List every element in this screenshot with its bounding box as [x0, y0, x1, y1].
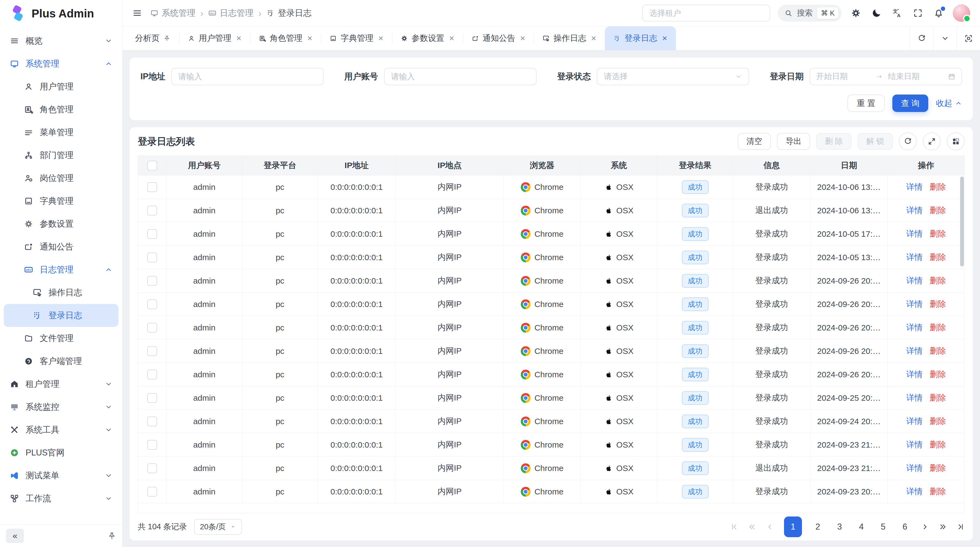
sidebar-item-dict-mgmt[interactable]: 字典管理	[4, 190, 118, 212]
sidebar-item-post-mgmt[interactable]: 岗位管理	[4, 167, 118, 190]
close-icon[interactable]: ×	[591, 33, 596, 43]
delete-link[interactable]: 删除	[930, 486, 946, 497]
row-checkbox[interactable]	[147, 440, 157, 450]
sidebar-item-overview[interactable]: 概览	[4, 29, 118, 52]
notifications-button[interactable]	[932, 6, 945, 20]
row-checkbox[interactable]	[147, 323, 157, 333]
close-icon[interactable]: ×	[662, 33, 667, 43]
sidebar-item-tenant-mgmt[interactable]: 租户管理	[4, 373, 118, 395]
close-icon[interactable]: ×	[378, 33, 383, 43]
row-checkbox[interactable]	[147, 416, 157, 426]
unlock-button[interactable]: 解 锁	[858, 133, 893, 150]
sidebar-item-file-mgmt[interactable]: 文件管理	[4, 327, 118, 350]
dark-mode-button[interactable]	[870, 6, 883, 20]
tab-role-mgmt[interactable]: 角色管理 ×	[250, 26, 321, 50]
detail-link[interactable]: 详情	[906, 462, 923, 474]
delete-link[interactable]: 删除	[930, 322, 946, 333]
tab-param-settings[interactable]: 参数设置 ×	[392, 26, 463, 50]
hamburger-icon[interactable]	[132, 8, 142, 18]
tab-analysis[interactable]: 分析页	[126, 26, 179, 50]
close-icon[interactable]: ×	[307, 33, 312, 43]
tab-login-log[interactable]: 登录日志 ×	[605, 26, 676, 50]
sidebar-item-system-mgmt[interactable]: 系统管理	[4, 52, 118, 75]
tab-notice[interactable]: 通知公告 ×	[463, 26, 534, 50]
sidebar-item-workflow[interactable]: 工作流	[4, 487, 118, 510]
row-checkbox[interactable]	[147, 206, 157, 215]
row-checkbox[interactable]	[147, 252, 157, 262]
sidebar-item-op-log[interactable]: 操作日志	[4, 281, 118, 304]
language-button[interactable]: 文A	[891, 6, 904, 20]
detail-link[interactable]: 详情	[906, 298, 923, 310]
fullscreen-button[interactable]	[912, 6, 924, 20]
detail-link[interactable]: 详情	[906, 486, 923, 497]
row-checkbox[interactable]	[147, 276, 157, 286]
avatar[interactable]	[953, 4, 970, 22]
delete-link[interactable]: 删除	[930, 392, 946, 403]
sidebar-item-client-mgmt[interactable]: 客户端管理	[4, 350, 118, 373]
last-page-button[interactable]	[956, 523, 965, 531]
sidebar-item-role-mgmt[interactable]: 角色管理	[4, 98, 118, 121]
detail-link[interactable]: 详情	[906, 252, 923, 263]
close-icon[interactable]: ×	[520, 33, 525, 43]
settings-button[interactable]	[850, 6, 862, 20]
row-checkbox[interactable]	[147, 182, 157, 192]
page-4[interactable]: 4	[855, 522, 867, 532]
table-scrollbar[interactable]	[960, 177, 964, 266]
select-all-checkbox[interactable]	[147, 161, 157, 171]
first-page-button[interactable]	[730, 523, 738, 531]
tab-user-mgmt[interactable]: 用户管理 ×	[179, 26, 250, 50]
prev-5-pages-button[interactable]	[748, 523, 756, 531]
detail-link[interactable]: 详情	[906, 345, 923, 357]
page-6[interactable]: 6	[899, 522, 911, 532]
fullscreen-table-button[interactable]	[923, 132, 941, 150]
sidebar-item-plus-site[interactable]: PLUS官网	[4, 441, 118, 464]
row-checkbox[interactable]	[147, 370, 157, 380]
sidebar-item-system-tools[interactable]: 系统工具	[4, 418, 118, 441]
row-checkbox[interactable]	[147, 463, 157, 473]
next-page-button[interactable]	[921, 523, 929, 531]
delete-link[interactable]: 删除	[930, 205, 946, 216]
sidebar-item-system-monitor[interactable]: 系统监控	[4, 395, 118, 418]
breadcrumb-item-login-log[interactable]: 登录日志	[267, 7, 312, 19]
row-checkbox[interactable]	[147, 487, 157, 497]
row-checkbox[interactable]	[147, 299, 157, 309]
pin-icon[interactable]	[163, 35, 170, 42]
page-2[interactable]: 2	[812, 522, 824, 532]
delete-link[interactable]: 删除	[930, 439, 946, 450]
tab-dict-mgmt[interactable]: 字典管理 ×	[321, 26, 392, 50]
collapse-filter-link[interactable]: 收起	[936, 98, 962, 109]
delete-link[interactable]: 删除	[930, 345, 946, 357]
detail-link[interactable]: 详情	[906, 182, 923, 193]
sidebar-item-menu-mgmt[interactable]: 菜单管理	[4, 121, 118, 144]
tab-op-log[interactable]: 操作日志 ×	[534, 26, 605, 50]
prev-page-button[interactable]	[766, 523, 774, 531]
sidebar-item-test-menu[interactable]: 测试菜单	[4, 464, 118, 487]
detail-link[interactable]: 详情	[906, 369, 923, 380]
detail-link[interactable]: 详情	[906, 392, 923, 403]
account-input[interactable]	[384, 68, 536, 85]
delete-link[interactable]: 删除	[930, 369, 946, 380]
clear-button[interactable]: 清空	[738, 133, 771, 150]
sidebar-collapse-button[interactable]: «	[6, 529, 24, 543]
query-button[interactable]: 查 询	[892, 94, 928, 112]
detail-link[interactable]: 详情	[906, 439, 923, 450]
row-checkbox[interactable]	[147, 346, 157, 356]
reset-button[interactable]: 重 置	[848, 94, 885, 112]
breadcrumb-item-log[interactable]: DEV 日志管理	[208, 7, 253, 19]
column-settings-button[interactable]	[947, 132, 965, 150]
refresh-table-button[interactable]	[899, 132, 917, 150]
date-range-picker[interactable]: 开始日期 结束日期	[810, 68, 962, 85]
delete-link[interactable]: 删除	[930, 275, 946, 286]
status-select[interactable]: 请选择	[597, 68, 749, 85]
detail-link[interactable]: 详情	[906, 416, 923, 427]
sidebar-item-login-log[interactable]: 登录日志	[4, 304, 118, 327]
delete-link[interactable]: 删除	[930, 462, 946, 474]
detail-link[interactable]: 详情	[906, 275, 923, 286]
sidebar-item-notice[interactable]: 通知公告	[4, 235, 118, 258]
detail-link[interactable]: 详情	[906, 205, 923, 216]
delete-link[interactable]: 删除	[930, 228, 946, 239]
close-icon[interactable]: ×	[449, 33, 454, 43]
sidebar-item-dept-mgmt[interactable]: 部门管理	[4, 144, 118, 167]
refresh-tab-button[interactable]	[910, 26, 933, 50]
delete-button[interactable]: 删 除	[816, 133, 851, 150]
